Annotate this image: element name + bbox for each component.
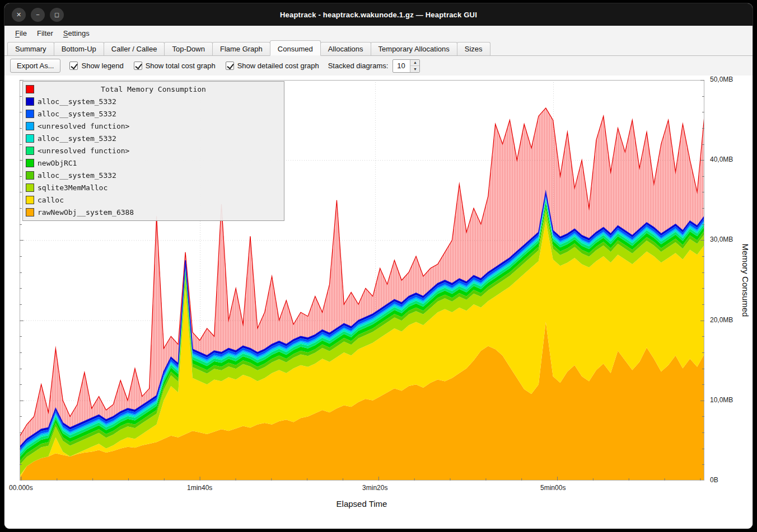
- checkbox-box[interactable]: [226, 62, 234, 70]
- legend-item: <unresolved function>: [23, 144, 284, 157]
- tab-allocations[interactable]: Allocations: [320, 42, 371, 55]
- legend-swatch: [26, 171, 34, 180]
- y-axis-tick-label: 20,0MB: [710, 316, 750, 324]
- legend-swatch: [26, 122, 34, 130]
- menu-settings[interactable]: Settings: [58, 27, 95, 39]
- legend-swatch: [26, 147, 34, 155]
- maximize-button[interactable]: ◻: [50, 8, 64, 22]
- legend-swatch: [26, 134, 34, 143]
- y-axis-tick-label: 30,0MB: [710, 236, 750, 243]
- legend-swatch: [26, 97, 34, 106]
- y-axis-tick-label: 0B: [710, 476, 750, 484]
- stacked-diagrams-spinbox[interactable]: 10 ▲ ▼: [392, 59, 420, 73]
- spinbox-value[interactable]: 10: [393, 60, 410, 72]
- x-axis-tick-label: 1min40s: [187, 484, 212, 492]
- legend-item: newObjRC1: [23, 157, 284, 169]
- checkbox-show-total-cost-graph[interactable]: Show total cost graph: [134, 62, 216, 70]
- chart-area: Total Memory Consumption alloc__system_5…: [4, 76, 753, 529]
- legend-item: alloc__system_5332: [23, 169, 284, 181]
- window-controls: ✕−◻: [12, 3, 64, 26]
- checkbox-show-legend[interactable]: Show legend: [69, 62, 123, 70]
- legend-swatch: [26, 159, 34, 167]
- checkbox-box[interactable]: [134, 62, 142, 70]
- heaptrack-window: ✕−◻ Heaptrack - heaptrack.wakunode.1.gz …: [4, 3, 753, 529]
- close-button[interactable]: ✕: [12, 8, 26, 22]
- legend-item: rawNewObj__system_6388: [23, 206, 284, 218]
- checkbox-label: Show total cost graph: [146, 62, 216, 70]
- tab-temporary-allocations[interactable]: Temporary Allocations: [371, 42, 457, 55]
- tab-flame-graph[interactable]: Flame Graph: [212, 42, 270, 55]
- legend-item-label: calloc: [38, 196, 64, 204]
- checkbox-label: Show detailed cost graph: [237, 62, 319, 70]
- legend-item-label: alloc__system_5332: [38, 110, 116, 118]
- legend-item-label: alloc__system_5332: [38, 97, 116, 106]
- checkbox-label: Show legend: [81, 62, 123, 70]
- spinbox-arrows: ▲ ▼: [410, 60, 419, 72]
- legend-item: sqlite3MemMalloc: [23, 181, 284, 194]
- legend-title-swatch: [26, 85, 34, 93]
- legend-title-row: Total Memory Consumption: [23, 83, 284, 95]
- y-axis-title: Memory Consumed: [741, 244, 750, 317]
- tab-bottom-up[interactable]: Bottom-Up: [54, 42, 104, 55]
- tab-sizes[interactable]: Sizes: [457, 42, 490, 55]
- checkbox-show-detailed-cost-graph[interactable]: Show detailed cost graph: [226, 62, 319, 70]
- legend: Total Memory Consumption alloc__system_5…: [22, 81, 284, 221]
- legend-item-label: <unresolved function>: [38, 147, 129, 155]
- legend-item-label: rawNewObj__system_6388: [38, 208, 134, 216]
- y-axis-tick-label: 10,0MB: [710, 396, 750, 404]
- export-as-button[interactable]: Export As...: [10, 59, 60, 73]
- spinbox-up-arrow-icon[interactable]: ▲: [410, 60, 419, 67]
- checkbox-box[interactable]: [69, 62, 78, 70]
- tab-consumed[interactable]: Consumed: [270, 40, 321, 56]
- legend-swatch: [26, 208, 34, 216]
- toolbar-checkboxes: Show legendShow total cost graphShow det…: [69, 62, 319, 70]
- legend-item-label: sqlite3MemMalloc: [38, 183, 108, 192]
- menubar: FileFilterSettings: [4, 26, 753, 40]
- tab-summary[interactable]: Summary: [7, 42, 54, 55]
- legend-item: <unresolved function>: [23, 120, 284, 132]
- tab-caller-callee[interactable]: Caller / Callee: [104, 42, 165, 55]
- x-axis-tick-label: 5min00s: [540, 484, 566, 492]
- toolbar: Export As... Show legendShow total cost …: [4, 56, 753, 76]
- legend-item-label: alloc__system_5332: [38, 134, 116, 143]
- legend-item-label: <unresolved function>: [38, 122, 129, 130]
- legend-title: Total Memory Consumption: [38, 85, 269, 93]
- legend-item-label: newObjRC1: [38, 159, 77, 167]
- tabbar: SummaryBottom-UpCaller / CalleeTop-DownF…: [4, 40, 753, 56]
- menu-file[interactable]: File: [10, 27, 32, 39]
- stacked-diagrams-label: Stacked diagrams:: [328, 62, 389, 70]
- x-axis-tick-label: 00.000s: [9, 484, 33, 492]
- y-axis-tick-label: 40,0MB: [710, 156, 750, 163]
- stacked-diagrams-group: Stacked diagrams: 10 ▲ ▼: [328, 59, 420, 73]
- legend-swatch: [26, 110, 34, 118]
- legend-item: alloc__system_5332: [23, 132, 284, 144]
- x-axis-tick-label: 3min20s: [362, 484, 387, 492]
- spinbox-down-arrow-icon[interactable]: ▼: [410, 66, 419, 72]
- legend-item: alloc__system_5332: [23, 107, 284, 120]
- titlebar[interactable]: ✕−◻ Heaptrack - heaptrack.wakunode.1.gz …: [4, 3, 753, 26]
- legend-item-label: alloc__system_5332: [38, 171, 116, 180]
- menu-filter[interactable]: Filter: [32, 27, 58, 39]
- legend-item: calloc: [23, 194, 284, 206]
- window-title: Heaptrack - heaptrack.wakunode.1.gz — He…: [280, 11, 477, 19]
- tab-top-down[interactable]: Top-Down: [164, 42, 213, 55]
- legend-swatch: [26, 196, 34, 204]
- y-axis-tick-label: 50,0MB: [710, 76, 750, 83]
- x-axis-title: Elapsed Time: [337, 499, 387, 509]
- minimize-button[interactable]: −: [31, 8, 45, 22]
- legend-item: alloc__system_5332: [23, 95, 284, 107]
- legend-swatch: [26, 183, 34, 192]
